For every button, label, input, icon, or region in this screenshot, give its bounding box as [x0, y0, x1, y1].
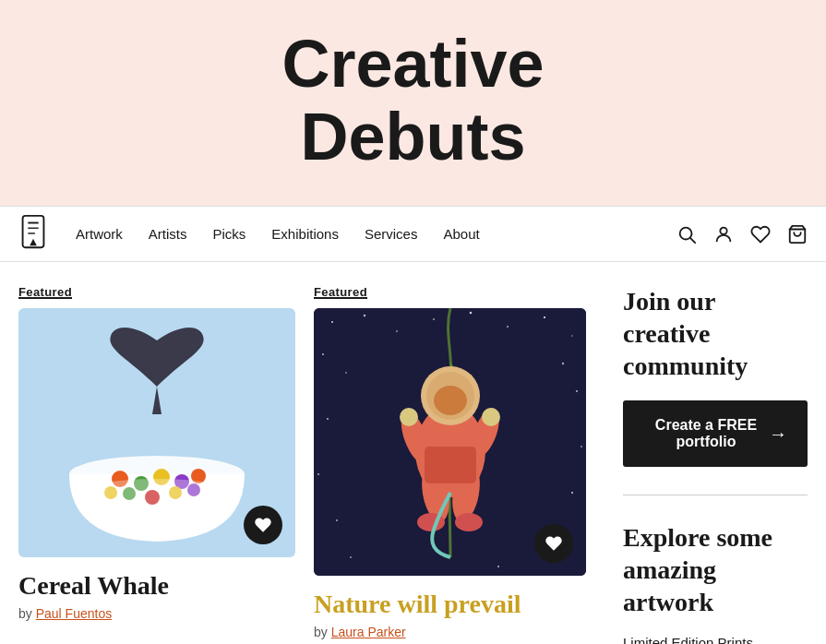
svg-point-48 — [400, 408, 418, 426]
svg-point-33 — [576, 390, 578, 392]
bag-icon[interactable] — [787, 224, 808, 244]
site-title: Creative Debuts — [18, 28, 808, 173]
svg-point-49 — [482, 408, 500, 426]
sidebar-explore: Explore some amazing artwork Limited Edi… — [623, 521, 808, 644]
limited-prints-link[interactable]: Limited Edition Prints — [623, 635, 753, 644]
nav-logo[interactable] — [18, 214, 48, 255]
svg-rect-54 — [425, 447, 476, 483]
featured-card-right: Featured — [314, 285, 586, 644]
nav-item-exhibitions[interactable]: Exhibitions — [271, 226, 339, 243]
card-author-right: by Laura Parker — [314, 625, 586, 639]
nav-bar: Artwork Artists Picks Exhibitions Servic… — [0, 207, 826, 262]
author-link-left[interactable]: Paul Fuentos — [36, 606, 113, 621]
search-icon[interactable] — [676, 224, 697, 244]
svg-line-6 — [690, 238, 695, 243]
svg-point-30 — [322, 353, 324, 355]
featured-badge-right: Featured — [314, 285, 586, 299]
svg-point-37 — [571, 492, 573, 494]
explore-heading: Explore some amazing artwork — [623, 521, 808, 618]
author-link-right[interactable]: Laura Parker — [331, 625, 406, 639]
sidebar-community: Join our creative community Create a FRE… — [623, 285, 808, 467]
nav-item-services[interactable]: Services — [365, 226, 418, 243]
site-header: Creative Debuts — [0, 0, 826, 207]
svg-point-25 — [433, 318, 435, 320]
svg-point-41 — [497, 566, 499, 567]
arrow-icon: → — [769, 423, 787, 445]
svg-point-45 — [434, 386, 467, 415]
svg-point-28 — [544, 316, 545, 318]
card-title-right: Nature will prevail — [314, 589, 586, 620]
nav-item-artists[interactable]: Artists — [149, 226, 187, 243]
card-author-left: by Paul Fuentos — [18, 606, 295, 621]
sidebar-divider — [623, 495, 808, 495]
user-icon[interactable] — [713, 224, 734, 244]
featured-badge-left: Featured — [18, 285, 295, 299]
svg-point-32 — [562, 363, 564, 364]
svg-point-24 — [396, 331, 398, 333]
svg-point-29 — [571, 336, 573, 338]
card-image-wrapper-left — [18, 308, 295, 557]
svg-point-53 — [455, 513, 483, 531]
svg-point-38 — [336, 519, 338, 521]
heart-icon[interactable] — [750, 224, 771, 244]
svg-point-40 — [350, 557, 352, 559]
svg-marker-4 — [30, 239, 37, 246]
svg-point-35 — [581, 447, 582, 448]
nav-icons — [676, 224, 808, 244]
card-image-wrapper-right — [314, 308, 586, 576]
svg-point-22 — [331, 321, 333, 323]
card-title-left: Cereal Whale — [18, 570, 295, 602]
svg-point-7 — [720, 228, 726, 234]
nav-item-picks[interactable]: Picks — [213, 226, 246, 243]
svg-point-34 — [327, 418, 329, 420]
nav-item-artwork[interactable]: Artwork — [76, 226, 123, 243]
featured-card-left: Featured — [18, 285, 295, 644]
nav-item-about[interactable]: About — [443, 226, 479, 243]
svg-point-36 — [317, 473, 319, 475]
sidebar: Join our creative community Create a FRE… — [605, 285, 808, 644]
svg-point-26 — [470, 312, 473, 315]
svg-point-31 — [345, 373, 347, 375]
svg-point-23 — [364, 315, 365, 316]
community-heading: Join our creative community — [623, 285, 808, 382]
svg-point-27 — [507, 326, 509, 328]
main-content: Featured — [0, 262, 826, 644]
create-portfolio-button[interactable]: Create a FREE portfolio → — [623, 400, 808, 467]
create-portfolio-label: Create a FREE portfolio — [643, 417, 769, 450]
svg-point-20 — [78, 479, 235, 507]
nav-links: Artwork Artists Picks Exhibitions Servic… — [76, 226, 676, 243]
